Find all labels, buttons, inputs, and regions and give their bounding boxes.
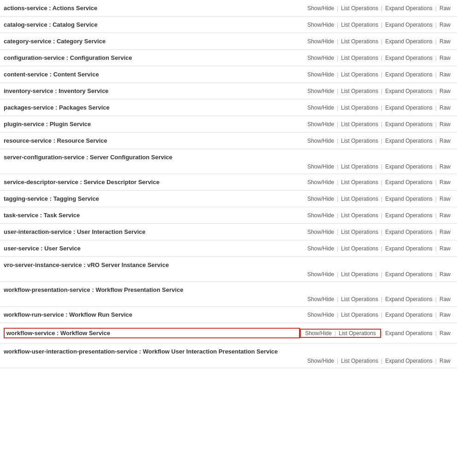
expand-operations-link[interactable]: Expand Operations	[382, 38, 435, 45]
show-hide-link[interactable]: Show/Hide	[305, 88, 337, 94]
service-row: tagging-service : Tagging ServiceShow/Hi…	[0, 191, 457, 207]
show-hide-link[interactable]: Show/Hide	[305, 138, 337, 144]
show-hide-link[interactable]: Show/Hide	[305, 55, 337, 61]
list-operations-link[interactable]: List Operations	[338, 296, 381, 302]
raw-link[interactable]: Raw	[437, 163, 453, 170]
raw-link[interactable]: Raw	[437, 296, 453, 302]
expand-operations-link[interactable]: Expand Operations	[382, 71, 435, 78]
show-hide-link[interactable]: Show/Hide	[305, 163, 337, 170]
list-operations-link[interactable]: List Operations	[338, 38, 381, 45]
show-hide-link[interactable]: Show/Hide	[305, 22, 337, 28]
list-operations-link[interactable]: List Operations	[338, 71, 381, 78]
expand-operations-link[interactable]: Expand Operations	[382, 22, 435, 28]
show-hide-link[interactable]: Show/Hide	[305, 358, 337, 364]
expand-operations-link[interactable]: Expand Operations	[382, 271, 435, 278]
show-hide-link[interactable]: Show/Hide	[305, 245, 337, 252]
service-name: packages-service : Packages Service	[4, 104, 305, 111]
service-actions-highlighted: Show/Hide | List Operations	[300, 329, 381, 338]
raw-link[interactable]: Raw	[437, 88, 453, 94]
list-operations-link[interactable]: List Operations	[338, 312, 381, 318]
show-hide-link[interactable]: Show/Hide	[305, 104, 337, 111]
raw-link[interactable]: Raw	[437, 104, 453, 111]
list-operations-link[interactable]: List Operations	[338, 179, 381, 186]
raw-link[interactable]: Raw	[437, 229, 453, 235]
raw-link[interactable]: Raw	[437, 38, 453, 45]
list-operations-link[interactable]: List Operations	[338, 245, 381, 252]
show-hide-link[interactable]: Show/Hide	[305, 196, 337, 202]
raw-link[interactable]: Raw	[437, 179, 453, 186]
expand-operations-link[interactable]: Expand Operations	[382, 121, 435, 128]
list-operations-link[interactable]: List Operations	[338, 358, 381, 364]
list-operations-link[interactable]: List Operations	[338, 5, 381, 12]
show-hide-link[interactable]: Show/Hide	[302, 330, 334, 337]
raw-link[interactable]: Raw	[437, 196, 453, 202]
service-main: catalog-service : Catalog ServiceShow/Hi…	[0, 17, 457, 33]
expand-operations-link[interactable]: Expand Operations	[382, 138, 435, 144]
service-actions: Show/Hide | List Operations | Expand Ope…	[305, 104, 453, 111]
show-hide-link[interactable]: Show/Hide	[305, 179, 337, 186]
service-main: category-service : Category ServiceShow/…	[0, 33, 457, 49]
show-hide-link[interactable]: Show/Hide	[305, 229, 337, 235]
list-operations-link[interactable]: List Operations	[338, 229, 381, 235]
list-operations-link[interactable]: List Operations	[338, 88, 381, 94]
service-name: workflow-presentation-service : Workflow…	[0, 282, 457, 294]
expand-operations-link[interactable]: Expand Operations	[382, 88, 435, 94]
service-main: workflow-service : Workflow ServiceShow/…	[0, 323, 457, 343]
service-name: catalog-service : Catalog Service	[4, 21, 305, 28]
raw-link[interactable]: Raw	[437, 5, 453, 12]
expand-operations-link[interactable]: Expand Operations	[382, 55, 435, 61]
service-main: packages-service : Packages ServiceShow/…	[0, 99, 457, 116]
show-hide-link[interactable]: Show/Hide	[305, 212, 337, 219]
show-hide-link[interactable]: Show/Hide	[305, 5, 337, 12]
service-row: workflow-user-interaction-presentation-s…	[0, 343, 457, 368]
raw-link[interactable]: Raw	[437, 71, 453, 78]
list-operations-link[interactable]: List Operations	[338, 271, 381, 278]
expand-operations-link[interactable]: Expand Operations	[382, 330, 435, 337]
list-operations-link[interactable]: List Operations	[338, 212, 381, 219]
raw-link[interactable]: Raw	[437, 121, 453, 128]
raw-link[interactable]: Raw	[437, 245, 453, 252]
show-hide-link[interactable]: Show/Hide	[305, 271, 337, 278]
service-main: configuration-service : Configuration Se…	[0, 50, 457, 66]
show-hide-link[interactable]: Show/Hide	[305, 312, 337, 318]
service-actions: Show/Hide | List Operations | Expand Ope…	[305, 179, 453, 186]
expand-operations-link[interactable]: Expand Operations	[382, 104, 435, 111]
list-operations-link[interactable]: List Operations	[338, 121, 381, 128]
expand-operations-link[interactable]: Expand Operations	[382, 179, 435, 186]
list-operations-link[interactable]: List Operations	[338, 196, 381, 202]
show-hide-link[interactable]: Show/Hide	[305, 38, 337, 45]
expand-operations-link[interactable]: Expand Operations	[382, 212, 435, 219]
list-operations-link[interactable]: List Operations	[338, 22, 381, 28]
raw-link[interactable]: Raw	[437, 55, 453, 61]
list-operations-link[interactable]: List Operations	[338, 163, 381, 170]
raw-link[interactable]: Raw	[437, 358, 453, 364]
show-hide-link[interactable]: Show/Hide	[305, 71, 337, 78]
show-hide-link[interactable]: Show/Hide	[305, 296, 337, 302]
raw-link[interactable]: Raw	[437, 138, 453, 144]
expand-operations-link[interactable]: Expand Operations	[382, 163, 435, 170]
raw-link[interactable]: Raw	[437, 312, 453, 318]
expand-operations-link[interactable]: Expand Operations	[382, 296, 435, 302]
service-main: resource-service : Resource ServiceShow/…	[0, 133, 457, 149]
expand-operations-link[interactable]: Expand Operations	[382, 229, 435, 235]
list-operations-link[interactable]: List Operations	[338, 104, 381, 111]
service-row: workflow-service : Workflow ServiceShow/…	[0, 323, 457, 343]
show-hide-link[interactable]: Show/Hide	[305, 121, 337, 128]
expand-operations-link[interactable]: Expand Operations	[382, 196, 435, 202]
raw-link[interactable]: Raw	[437, 271, 453, 278]
service-main: actions-service : Actions ServiceShow/Hi…	[0, 0, 457, 16]
raw-link[interactable]: Raw	[437, 212, 453, 219]
service-name: resource-service : Resource Service	[4, 137, 305, 144]
expand-operations-link[interactable]: Expand Operations	[382, 245, 435, 252]
list-operations-link[interactable]: List Operations	[338, 55, 381, 61]
service-row: task-service : Task ServiceShow/Hide | L…	[0, 207, 457, 224]
raw-link[interactable]: Raw	[437, 22, 453, 28]
service-row: configuration-service : Configuration Se…	[0, 50, 457, 66]
service-row: workflow-run-service : Workflow Run Serv…	[0, 307, 457, 323]
raw-link[interactable]: Raw	[437, 330, 453, 337]
expand-operations-link[interactable]: Expand Operations	[382, 5, 435, 12]
expand-operations-link[interactable]: Expand Operations	[382, 358, 435, 364]
list-operations-link[interactable]: List Operations	[338, 138, 381, 144]
expand-operations-link[interactable]: Expand Operations	[382, 312, 435, 318]
list-operations-link[interactable]: List Operations	[336, 330, 379, 337]
